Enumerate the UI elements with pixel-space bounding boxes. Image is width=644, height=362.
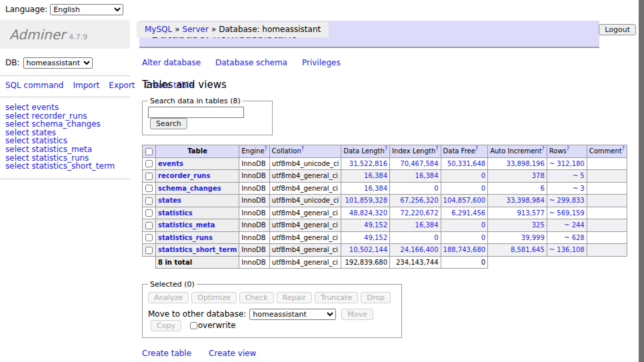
sidebar-table-link[interactable]: select statistics_short_term [5, 162, 130, 171]
column-help-link[interactable]: ? [301, 146, 304, 152]
overwrite-checkbox[interactable] [190, 322, 197, 329]
table-name-link[interactable]: statistics_meta [158, 221, 215, 229]
db-select[interactable]: homeassistant [23, 57, 93, 69]
index-length-link[interactable]: 70,467,584 [400, 160, 438, 167]
table-name-link[interactable]: states [158, 197, 181, 204]
index-length-link[interactable]: 67,256,320 [400, 197, 438, 204]
data-free-link[interactable]: 0 [481, 172, 485, 179]
auto-increment-link[interactable]: 913,577 [517, 209, 544, 217]
sidebar-table-link[interactable]: select events [5, 103, 130, 112]
rows-count-link[interactable]: ~ 5 [573, 172, 585, 179]
selected-action-button[interactable]: Repair [277, 292, 312, 303]
table-name-link[interactable]: schema_changes [158, 185, 221, 192]
auto-increment-link[interactable]: 8,581,645 [511, 246, 545, 253]
data-free-link[interactable]: 0 [481, 185, 485, 192]
breadcrumb-mysql-link[interactable]: MySQL [145, 25, 172, 34]
auto-increment-link[interactable]: 39,999 [521, 234, 545, 241]
selected-action-button[interactable]: Drop [361, 292, 390, 303]
sidebar-table-link[interactable]: select statistics_meta [5, 145, 130, 154]
language-select[interactable]: English [50, 4, 123, 15]
index-length-link[interactable]: 0 [434, 234, 438, 241]
auto-increment-link[interactable]: 33,898,196 [507, 160, 545, 167]
index-length-link[interactable]: 16,384 [415, 172, 439, 179]
selected-action-button[interactable]: Optimize [191, 292, 236, 303]
data-length-link[interactable]: 49,152 [364, 234, 387, 241]
create-link[interactable]: Create view [209, 349, 256, 358]
database-nav-link[interactable]: Alter database [142, 58, 201, 67]
table-name-link[interactable]: statistics_runs [158, 234, 213, 241]
row-checkbox[interactable] [145, 185, 153, 192]
auto-increment-link[interactable]: 6 [540, 185, 544, 192]
logout-button[interactable]: Logout [599, 24, 636, 35]
column-help-link[interactable]: ? [435, 146, 438, 152]
table-name-link[interactable]: statistics_short_term [158, 246, 237, 253]
create-link[interactable]: Create table [142, 349, 191, 358]
rows-count-link[interactable]: ~ 569,159 [549, 209, 585, 217]
index-length-link[interactable]: 72,220,672 [400, 209, 438, 217]
index-length-link[interactable]: 16,384 [415, 221, 439, 229]
table-name-link[interactable]: events [158, 160, 183, 167]
rows-count-link[interactable]: ~ 312,180 [549, 160, 585, 167]
vertical-scrollbar[interactable] [639, 0, 644, 362]
row-checkbox[interactable] [145, 209, 153, 217]
rows-count-link[interactable]: ~ 244 [564, 221, 585, 229]
data-length-link[interactable]: 10,502,144 [349, 246, 387, 253]
auto-increment-link[interactable]: 378 [532, 172, 545, 179]
row-checkbox[interactable] [145, 197, 153, 205]
select-all-checkbox[interactable] [145, 148, 153, 155]
table-name-link[interactable]: statistics [158, 209, 193, 217]
sidebar-action-link[interactable]: SQL command [5, 81, 63, 90]
sidebar-table-link[interactable]: select schema_changes [5, 120, 130, 129]
data-free-link[interactable]: 104,857,600 [443, 197, 486, 204]
auto-increment-link[interactable]: 33,398,984 [507, 197, 545, 204]
row-checkbox[interactable] [145, 247, 153, 254]
comment-cell [587, 219, 627, 232]
search-button[interactable]: Search [150, 118, 187, 129]
rows-count-link[interactable]: ~ 299,833 [549, 197, 585, 204]
data-free-link[interactable]: 6,291,456 [451, 209, 485, 217]
column-help-link[interactable]: ? [385, 146, 387, 152]
column-help-link[interactable]: ? [542, 146, 545, 152]
row-checkbox[interactable] [145, 160, 153, 167]
breadcrumb-server-link[interactable]: Server [183, 25, 209, 34]
data-free-link[interactable]: 188,743,680 [443, 246, 486, 253]
overwrite-label: overwrite [198, 321, 236, 330]
row-checkbox[interactable] [145, 173, 153, 180]
collation-cell: utf8mb4_unicode_ci [269, 157, 341, 170]
search-input[interactable] [148, 107, 244, 118]
move-button[interactable]: Move [341, 309, 373, 320]
data-length-link[interactable]: 16,384 [364, 172, 387, 179]
move-db-select[interactable]: homeassistant [249, 309, 336, 320]
column-help-link[interactable]: ? [265, 146, 267, 152]
data-length-cell: 31,522,816 [341, 157, 390, 170]
data-length-link[interactable]: 101,859,328 [345, 197, 387, 204]
data-free-link[interactable]: 0 [481, 221, 485, 229]
index-length-link[interactable]: 0 [434, 185, 438, 192]
data-length-link[interactable]: 49,152 [364, 221, 387, 229]
database-nav-link[interactable]: Privileges [302, 58, 341, 67]
column-help-link[interactable]: ? [622, 146, 625, 152]
selected-action-button[interactable]: Truncate [315, 292, 358, 303]
auto-increment-link[interactable]: 325 [532, 221, 545, 229]
selected-action-button[interactable]: Analyze [148, 292, 189, 303]
search-legend: Search data in tables (8) [148, 97, 243, 105]
rows-count-link[interactable]: ~ 628 [564, 234, 585, 241]
data-free-link[interactable]: 0 [481, 234, 485, 241]
database-nav-link[interactable]: Database schema [215, 58, 287, 67]
data-free-link[interactable]: 50,331,648 [447, 160, 485, 167]
table-name-link[interactable]: recorder_runs [158, 172, 210, 179]
row-checkbox[interactable] [145, 234, 153, 241]
data-length-link[interactable]: 31,522,816 [349, 160, 387, 167]
data-length-link[interactable]: 16,384 [364, 185, 387, 192]
selected-action-button[interactable]: Check [239, 292, 274, 303]
row-checkbox[interactable] [145, 222, 153, 229]
rows-count-link[interactable]: ~ 3 [573, 185, 585, 192]
sidebar-action-link[interactable]: Import [73, 81, 99, 90]
index-length-link[interactable]: 24,166,400 [400, 246, 438, 253]
column-help-link[interactable]: ? [567, 146, 569, 152]
rows-count-link[interactable]: ~ 136,108 [549, 246, 585, 253]
column-help-link[interactable]: ? [475, 146, 478, 152]
row-checkbox-cell [143, 157, 156, 170]
data-length-link[interactable]: 48,824,320 [349, 209, 387, 217]
copy-button[interactable]: Copy [151, 320, 181, 331]
